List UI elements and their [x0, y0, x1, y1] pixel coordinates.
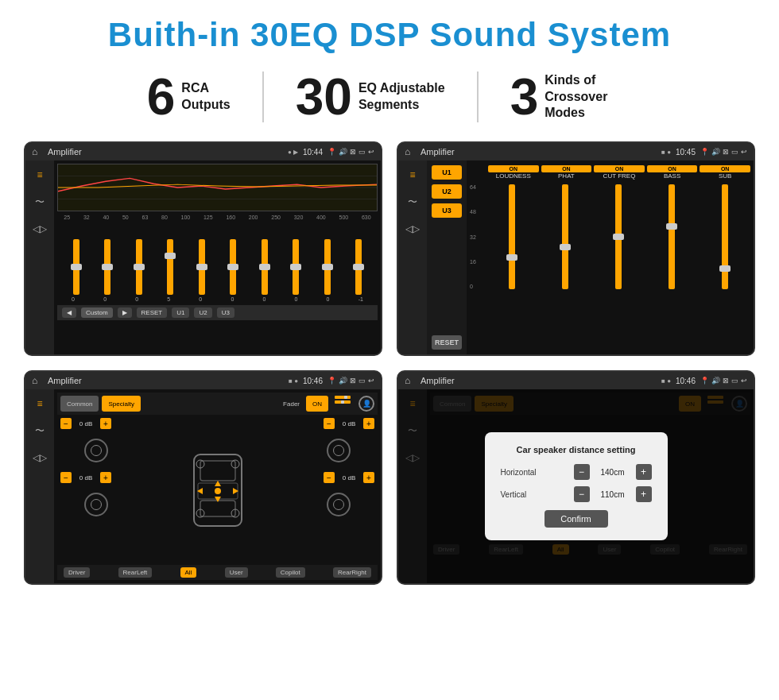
- sidebar-wave-icon-2[interactable]: 〜: [405, 194, 421, 210]
- tab-specialty[interactable]: Specialty: [102, 396, 140, 412]
- screen1-status-icons: 📍 🔊 ⊠ ▭ ↩: [327, 148, 374, 156]
- screen2-time: 10:45: [676, 148, 696, 157]
- back-icon-2: ↩: [741, 148, 747, 156]
- eq-slider-0[interactable]: [72, 239, 81, 295]
- db-plus-1[interactable]: +: [100, 472, 111, 483]
- eq-u1-btn[interactable]: U1: [172, 307, 189, 318]
- eq-freq-labels: 2532 4050 6380 100125 160200 250320 4005…: [57, 215, 378, 220]
- crossover-slider-cutfreq[interactable]: [593, 184, 644, 289]
- fader-label: Fader: [283, 400, 300, 408]
- dialog-horizontal-plus[interactable]: +: [636, 464, 652, 480]
- eq-custom-btn[interactable]: Custom: [81, 307, 113, 318]
- dialog-vertical-minus[interactable]: −: [574, 486, 590, 502]
- btn-driver[interactable]: Driver: [64, 567, 90, 578]
- db-value-3: 0 dB: [337, 474, 361, 481]
- eq-slider-2[interactable]: [134, 239, 144, 295]
- back-icon-1: ↩: [368, 148, 374, 156]
- sidebar-speaker-icon-2[interactable]: ◁▷: [405, 221, 421, 237]
- stats-row: 6 RCAOutputs 30 EQ AdjustableSegments 3 …: [24, 72, 755, 122]
- fader-profile-icon[interactable]: 👤: [358, 396, 374, 412]
- fader-sliders-small: [335, 396, 351, 412]
- page-title: Buith-in 30EQ DSP Sound System: [24, 16, 755, 54]
- sidebar-wave-icon[interactable]: 〜: [32, 194, 48, 210]
- eq-slider-1[interactable]: [103, 239, 112, 295]
- eq-graph: [57, 164, 378, 211]
- screen-icon-2: ⊠: [723, 148, 729, 156]
- eq-reset-btn[interactable]: RESET: [137, 307, 168, 318]
- eq-slider-4[interactable]: [197, 239, 207, 295]
- eq-slider-9[interactable]: [354, 239, 363, 295]
- crossover-slider-bass[interactable]: [646, 184, 697, 289]
- home-icon-3: ⌂: [32, 375, 43, 386]
- dialog-vertical-plus[interactable]: +: [636, 486, 652, 502]
- preset-u3-btn[interactable]: U3: [432, 203, 462, 218]
- dialog-horizontal-row: Horizontal − 140cm +: [501, 464, 652, 480]
- screen4-dots: ■ ●: [661, 377, 671, 385]
- db-minus-1[interactable]: −: [60, 472, 72, 483]
- btn-rearleft[interactable]: RearLeft: [118, 567, 153, 578]
- location-icon-4: 📍: [700, 377, 709, 385]
- fader-on-btn[interactable]: ON: [306, 396, 328, 412]
- crossover-sliders: 64 48 32 16 0: [470, 181, 750, 292]
- dialog-vertical-control: − 110cm +: [574, 486, 652, 502]
- db-minus-2[interactable]: −: [324, 418, 335, 429]
- eq-slider-3[interactable]: [165, 239, 175, 295]
- btn-copilot[interactable]: Copilot: [276, 567, 305, 578]
- battery-icon-4: ▭: [731, 377, 738, 385]
- stat-eq-number: 30: [296, 72, 352, 122]
- tab-common[interactable]: Common: [60, 396, 99, 412]
- btn-user[interactable]: User: [225, 567, 248, 578]
- confirm-button[interactable]: Confirm: [545, 510, 608, 528]
- btn-all[interactable]: All: [180, 567, 197, 578]
- db-plus-0[interactable]: +: [100, 418, 111, 429]
- channel-bass: BASS: [647, 172, 698, 180]
- sidebar-speaker-icon-3[interactable]: ◁▷: [32, 450, 48, 466]
- dialog-horizontal-minus[interactable]: −: [574, 464, 590, 480]
- db-minus-3[interactable]: −: [324, 472, 335, 483]
- db-plus-3[interactable]: +: [363, 472, 374, 483]
- screen1-time: 10:44: [303, 148, 323, 157]
- on-badge-phat: ON: [541, 165, 592, 172]
- preset-u1-btn[interactable]: U1: [432, 165, 462, 180]
- sidebar-eq-icon-3[interactable]: ≡: [32, 396, 48, 412]
- sidebar-wave-icon-3[interactable]: 〜: [32, 423, 48, 439]
- eq-slider-5[interactable]: [228, 239, 238, 295]
- crossover-slider-loudness[interactable]: [486, 184, 537, 289]
- screen3-sidebar: ≡ 〜 ◁▷: [25, 389, 54, 583]
- screen-eq-sliders: ⌂ Amplifier ● ▶ 10:44 📍 🔊 ⊠ ▭ ↩ ≡ 〜 ◁▷: [24, 141, 382, 356]
- crossover-slider-sub[interactable]: [700, 184, 750, 289]
- sidebar-eq-icon-2[interactable]: ≡: [405, 167, 421, 183]
- on-badge-sub: ON: [700, 165, 750, 172]
- stat-crossover: 3 Kinds ofCrossover Modes: [479, 72, 665, 122]
- screen2-sidebar: ≡ 〜 ◁▷: [398, 160, 427, 354]
- screen3-main: Common Specialty Fader ON: [54, 389, 381, 583]
- fader-screen: Common Specialty Fader ON: [57, 393, 378, 580]
- db-minus-0[interactable]: −: [60, 418, 72, 429]
- preset-u2-btn[interactable]: U2: [432, 184, 462, 199]
- sidebar-eq-icon[interactable]: ≡: [32, 167, 48, 183]
- dialog-vertical-value: 110cm: [593, 490, 633, 499]
- sidebar-speaker-icon[interactable]: ◁▷: [32, 221, 48, 237]
- stat-crossover-label: Kinds ofCrossover Modes: [545, 72, 632, 122]
- eq-slider-6[interactable]: [260, 239, 269, 295]
- status-bar-4: ⌂ Amplifier ■ ● 10:46 📍 🔊 ⊠ ▭ ↩: [398, 372, 754, 389]
- crossover-reset-btn[interactable]: RESET: [432, 335, 462, 350]
- db-value-0: 0 dB: [74, 420, 98, 427]
- volume-icon-2: 🔊: [711, 148, 720, 156]
- eq-u2-btn[interactable]: U2: [194, 307, 211, 318]
- crossover-slider-phat[interactable]: [540, 184, 591, 289]
- screen2-status-icons: 📍 🔊 ⊠ ▭ ↩: [700, 148, 747, 156]
- eq-slider-8[interactable]: [323, 239, 332, 295]
- eq-prev-btn[interactable]: ◀: [62, 307, 76, 318]
- db-plus-2[interactable]: +: [363, 418, 374, 429]
- screenshots-grid: ⌂ Amplifier ● ▶ 10:44 📍 🔊 ⊠ ▭ ↩ ≡ 〜 ◁▷: [24, 141, 755, 585]
- eq-slider-7[interactable]: [291, 239, 300, 295]
- eq-u3-btn[interactable]: U3: [217, 307, 234, 318]
- volume-icon-1: 🔊: [339, 148, 347, 156]
- fader-bottom-bar: Driver RearLeft All User Copilot RearRig…: [57, 565, 378, 580]
- eq-play-btn[interactable]: ▶: [118, 307, 132, 318]
- stat-eq-label: EQ AdjustableSegments: [358, 80, 445, 114]
- btn-rearright[interactable]: RearRight: [333, 567, 371, 578]
- status-bar-2: ⌂ Amplifier ■ ● 10:45 📍 🔊 ⊠ ▭ ↩: [398, 143, 754, 160]
- on-badge-loudness: ON: [488, 165, 539, 172]
